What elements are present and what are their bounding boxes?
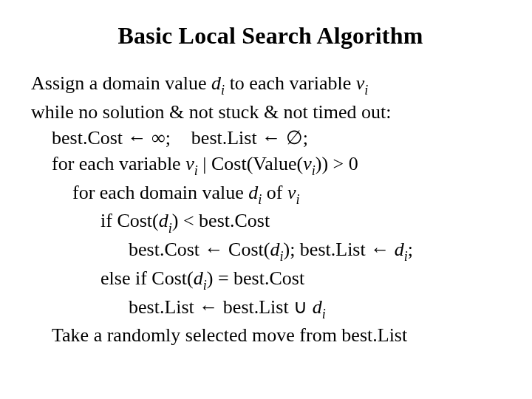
assign-arrow: ← (370, 239, 389, 260)
sub-i: i (364, 83, 368, 98)
var-d: d (159, 210, 168, 231)
line-init: best.Cost ← ∞;best.List ← ∅; (31, 125, 510, 151)
var-d: d (313, 296, 322, 318)
text: ) = best.Cost (207, 267, 304, 289)
line-for-var: for each variable vi | Cost(Value(vi)) >… (31, 151, 510, 180)
line-elseif: else if Cost(di) = best.Cost (31, 265, 510, 294)
sub-i: i (221, 83, 225, 98)
assign-arrow: ← (262, 127, 281, 149)
text: Cost( (224, 239, 270, 260)
algorithm-body: Assign a domain value di to each variabl… (31, 70, 510, 349)
text: best.List (129, 296, 199, 318)
text: best.List (218, 296, 293, 318)
var-d: d (248, 182, 258, 203)
text: | Cost(Value( (198, 153, 303, 174)
sub-i: i (258, 192, 262, 207)
sub-i: i (168, 221, 172, 236)
var-d: d (270, 239, 279, 260)
text: best.Cost (52, 127, 128, 149)
text: to each variable (225, 72, 356, 94)
var-d: d (395, 239, 404, 260)
text: else if Cost( (100, 267, 194, 289)
line-if: if Cost(di) < best.Cost (31, 208, 510, 236)
var-d: d (211, 72, 221, 94)
text: ; (166, 127, 171, 149)
line-while: while no solution & not stuck & not time… (31, 99, 510, 125)
infinity-symbol: ∞ (151, 127, 166, 149)
sub-i: i (322, 307, 326, 321)
text: of (262, 182, 287, 203)
text: best.Cost (129, 239, 205, 260)
text: if Cost( (100, 210, 159, 231)
line-elseif-body: best.List ← best.List ∪ di (31, 294, 510, 323)
text: )) > 0 (316, 153, 358, 174)
text: ); best.List (283, 239, 370, 260)
line-if-body: best.Cost ← Cost(di); best.List ← di; (31, 236, 510, 265)
slide-title: Basic Local Search Algorithm (31, 22, 510, 50)
union-symbol: ∪ (293, 296, 307, 318)
sub-i: i (296, 192, 300, 207)
text: ; (408, 239, 413, 260)
sub-i: i (312, 163, 316, 178)
assign-arrow: ← (199, 296, 218, 318)
text: for each variable (52, 153, 185, 174)
assign-arrow: ← (205, 239, 224, 260)
text: ) < best.Cost (172, 210, 270, 231)
sub-i: i (203, 278, 207, 293)
var-v: v (185, 153, 194, 174)
line-assign: Assign a domain value di to each variabl… (31, 70, 510, 99)
text: best.List (191, 127, 262, 149)
sub-i: i (279, 249, 283, 264)
text: Assign a domain value (31, 72, 211, 94)
slide: Basic Local Search Algorithm Assign a do… (0, 0, 532, 399)
assign-arrow: ← (128, 127, 147, 149)
sub-i: i (194, 163, 198, 178)
text: for each domain value (72, 182, 248, 203)
text: ; (303, 127, 308, 149)
line-take: Take a randomly selected move from best.… (31, 322, 510, 348)
var-v: v (303, 153, 312, 174)
sub-i: i (404, 249, 408, 264)
empty-set-symbol: ∅ (286, 127, 303, 149)
line-for-domain: for each domain value di of vi (31, 180, 510, 208)
var-v: v (356, 72, 365, 94)
var-d: d (194, 267, 203, 289)
var-v: v (287, 182, 296, 203)
